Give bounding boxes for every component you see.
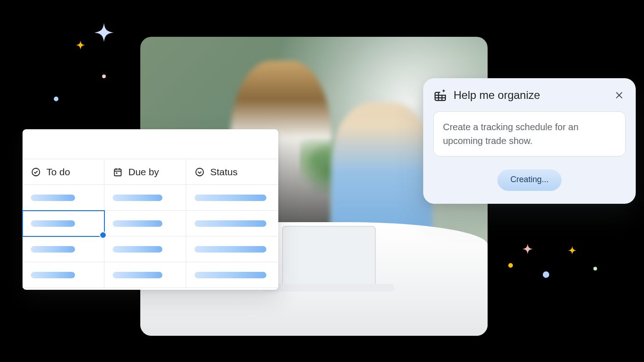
sparkle-icon (566, 246, 579, 259)
creating-button[interactable]: Creating... (497, 168, 561, 191)
column-header-dueby[interactable]: Due by (104, 159, 186, 185)
placeholder-pill (31, 195, 75, 201)
svg-point-5 (32, 168, 40, 176)
table-cell[interactable] (104, 185, 186, 211)
decor-dot (102, 75, 106, 78)
placeholder-pill (113, 272, 162, 278)
ai-sheet-sparkle-icon (433, 88, 447, 102)
placeholder-pill (113, 195, 162, 201)
sparkle-icon (520, 244, 535, 259)
table-cell[interactable] (23, 236, 104, 262)
panel-action-row: Creating... (433, 168, 626, 191)
table-cell-selected[interactable] (23, 211, 104, 236)
close-button[interactable] (613, 89, 626, 102)
placeholder-pill (113, 246, 162, 253)
decor-dot (508, 263, 513, 268)
placeholder-pill (113, 220, 162, 227)
dropdown-circle-icon (195, 167, 205, 177)
prompt-text: Create a tracking schedule for an upcomi… (443, 122, 579, 146)
placeholder-pill (31, 246, 75, 253)
table-row (23, 185, 278, 211)
check-circle-icon (31, 167, 41, 177)
table-cell[interactable] (104, 211, 186, 236)
sparkle-icon (90, 23, 118, 52)
table-cell[interactable] (186, 185, 278, 211)
svg-point-11 (196, 168, 204, 176)
promo-stage: Trade show tracker To do Due by (0, 0, 644, 362)
table-row (23, 211, 278, 236)
column-header-status[interactable]: Status (186, 159, 278, 185)
column-header-todo[interactable]: To do (23, 159, 104, 185)
table-cell[interactable] (186, 211, 278, 236)
placeholder-pill (31, 272, 75, 278)
table-cell[interactable] (104, 262, 186, 288)
placeholder-pill (31, 220, 75, 227)
table-cell[interactable] (104, 236, 186, 262)
column-header-label: To do (46, 167, 70, 178)
sparkle-icon (74, 40, 87, 54)
placeholder-pill (195, 220, 266, 227)
panel-title: Help me organize (454, 89, 606, 102)
table-cell[interactable] (186, 262, 278, 288)
decor-dot (543, 271, 549, 278)
calendar-icon (113, 167, 123, 177)
help-me-organize-panel: Help me organize Create a tracking sched… (423, 78, 636, 204)
panel-header: Help me organize (433, 88, 626, 102)
spreadsheet-preview: To do Due by Status (23, 129, 278, 290)
table-row (23, 236, 278, 262)
decor-dot (54, 97, 58, 101)
table-header-row: To do Due by Status (23, 159, 278, 185)
column-header-label: Status (210, 167, 238, 178)
placeholder-pill (195, 246, 266, 253)
placeholder-pill (195, 195, 266, 201)
decor-dot (593, 267, 597, 270)
table-cell[interactable] (186, 236, 278, 262)
table-row (23, 262, 278, 288)
table: To do Due by Status (23, 159, 278, 288)
placeholder-pill (195, 272, 266, 278)
table-cell[interactable] (23, 262, 104, 288)
prompt-input[interactable]: Create a tracking schedule for an upcomi… (433, 111, 626, 156)
svg-rect-10 (116, 172, 117, 173)
svg-rect-6 (115, 169, 121, 176)
column-header-label: Due by (128, 167, 159, 178)
table-cell[interactable] (23, 185, 104, 211)
